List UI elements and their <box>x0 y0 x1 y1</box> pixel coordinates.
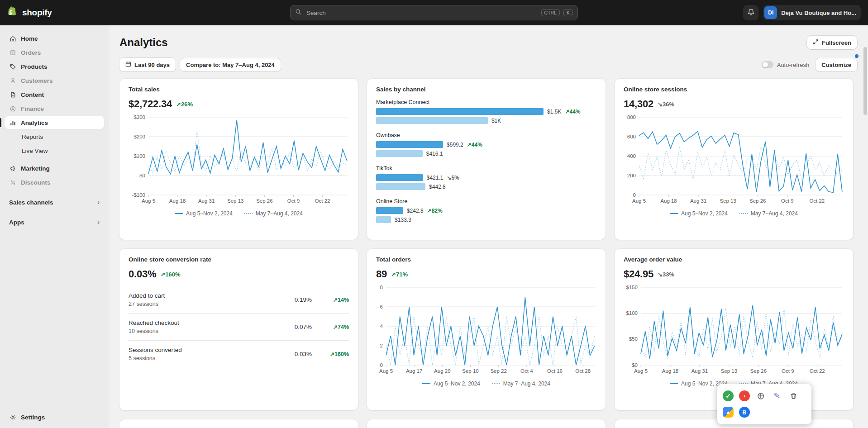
svg-text:Oct 16: Oct 16 <box>547 368 563 374</box>
pin-icon[interactable]: • <box>739 390 750 401</box>
svg-text:600: 600 <box>627 134 636 139</box>
online-store-sessions-card[interactable]: Online store sessions 14,302 ↘36% 800600… <box>615 79 853 240</box>
svg-text:Aug 5: Aug 5 <box>632 198 646 204</box>
dotted-line-swatch <box>244 213 253 214</box>
conversion-rate-card[interactable]: Online store conversion rate 0.03% ↗160%… <box>119 249 358 410</box>
current-period-bar <box>376 207 403 214</box>
search-input[interactable] <box>305 9 538 17</box>
sidebar-item-reports[interactable]: Reports <box>5 130 104 143</box>
kbd-ctrl: CTRL <box>541 9 560 17</box>
bar-value: $242.8 <box>407 208 424 214</box>
channel-row[interactable]: Marketplace Connect$1.5K↗44%$1K <box>376 99 596 124</box>
svg-text:Sep 22: Sep 22 <box>490 368 506 374</box>
globe-icon[interactable]: ⊕ <box>755 390 766 401</box>
sales-by-channel-chart: Marketplace Connect$1.5K↗44%$1KOwnbase$5… <box>376 99 596 224</box>
store-menu[interactable]: DI Deja Vu Boutique and Ho... <box>763 5 861 20</box>
total-orders-card[interactable]: Total orders 89 ↗71% 86420Aug 5Aug 17Aug… <box>367 249 606 410</box>
sidebar-item-analytics[interactable]: Analytics <box>5 116 104 129</box>
fullscreen-button[interactable]: Fullscreen <box>807 36 857 49</box>
customer-cohort-analysis-card[interactable]: Customer cohort analysis <box>367 419 606 428</box>
channel-row[interactable]: Online Store$242.8↗82%$133.3 <box>376 198 596 224</box>
total-sales-card[interactable]: Total sales $2,722.34 ↗26% $300$200$100$… <box>119 79 358 240</box>
notifications-button[interactable] <box>743 5 758 20</box>
auto-refresh-control[interactable]: Auto-refresh <box>762 61 810 68</box>
store-avatar: DI <box>764 6 777 19</box>
sidebar-item-marketing[interactable]: Marketing <box>5 162 104 175</box>
card-title: Total orders <box>376 256 596 263</box>
analytics-grid: Total sales $2,722.34 ↗26% $300$200$100$… <box>119 79 857 428</box>
sidebar-item-content[interactable]: Content <box>5 88 104 101</box>
bar-value: $1K <box>491 118 501 124</box>
extension-icon[interactable]: ▲ <box>723 407 734 418</box>
auto-refresh-toggle[interactable] <box>762 61 773 68</box>
sidebar-item-finance[interactable]: Finance <box>5 102 104 115</box>
shopify-bag-icon <box>7 6 19 19</box>
global-search[interactable]: CTRL K <box>290 5 578 20</box>
bar-value: $1.5K <box>547 109 561 115</box>
legend-previous: May 7–Aug 4, 2024 <box>244 210 303 217</box>
sidebar-item-orders[interactable]: Orders <box>5 46 104 59</box>
date-range-button[interactable]: Last 90 days <box>119 58 176 71</box>
shopify-logo[interactable]: shopify <box>7 6 109 19</box>
svg-text:4: 4 <box>380 323 383 329</box>
sales-by-channel-card[interactable]: Sales by channel Marketplace Connect$1.5… <box>367 79 606 240</box>
svg-text:Oct 28: Oct 28 <box>575 368 591 374</box>
svg-text:Oct 22: Oct 22 <box>810 368 825 374</box>
pen-icon[interactable]: ✎ <box>772 390 782 401</box>
compare-to-button[interactable]: Compare to: May 7–Aug 4, 2024 <box>180 58 281 71</box>
dotted-line-swatch <box>492 383 500 384</box>
sidebar-item-home[interactable]: Home <box>5 32 104 45</box>
card-title: Sales by channel <box>376 86 596 93</box>
svg-text:$100: $100 <box>626 310 638 316</box>
sidebar-item-settings[interactable]: Settings <box>5 410 104 424</box>
previous-period-bar <box>376 183 425 190</box>
svg-text:$150: $150 <box>626 285 638 290</box>
sidebar-item-products[interactable]: Products <box>5 60 104 73</box>
sidebar-item-live-view[interactable]: Live View <box>5 144 104 157</box>
svg-text:$300: $300 <box>134 114 145 120</box>
bluetooth-icon[interactable]: B <box>739 407 750 418</box>
svg-text:6: 6 <box>380 304 383 309</box>
svg-text:Sep 10: Sep 10 <box>462 368 478 374</box>
customize-button[interactable]: Customize <box>816 58 857 71</box>
legend-current: Aug 5–Nov 2, 2024 <box>670 210 728 217</box>
svg-text:400: 400 <box>627 153 636 159</box>
orders-icon <box>9 49 16 56</box>
svg-text:Aug 29: Aug 29 <box>434 368 450 374</box>
dotted-line-swatch <box>739 213 748 214</box>
legend-current: Aug 5–Nov 2, 2024 <box>175 210 233 217</box>
top-selling-products-card[interactable]: Top selling products <box>119 419 358 428</box>
card-title: Online store conversion rate <box>129 256 349 263</box>
channel-name: Marketplace Connect <box>376 99 596 105</box>
sidebar-section-sales-channels[interactable]: Sales channels › <box>5 195 104 209</box>
svg-text:Sep 13: Sep 13 <box>721 368 737 374</box>
chevron-right-icon: › <box>97 218 100 226</box>
search-icon <box>295 9 302 17</box>
fullscreen-icon <box>813 39 819 46</box>
current-period-bar <box>376 108 544 115</box>
current-period-bar <box>376 141 443 148</box>
sidebar-section-apps[interactable]: Apps › <box>5 215 104 229</box>
svg-text:0: 0 <box>380 362 383 368</box>
channel-row[interactable]: Ownbase$599.2↗44%$416.1 <box>376 132 596 157</box>
legend-current: Aug 5–Nov 2, 2024 <box>422 380 480 387</box>
previous-period-bar <box>376 117 488 124</box>
delta-badge: ↗26% <box>176 101 193 108</box>
svg-text:Aug 31: Aug 31 <box>690 198 706 204</box>
solid-line-swatch <box>422 383 430 384</box>
orders-chart: 86420Aug 5Aug 17Aug 29Sep 10Sep 22Oct 4O… <box>376 285 596 377</box>
sidebar-item-customers[interactable]: Customers <box>5 74 104 87</box>
svg-text:-$100: -$100 <box>132 192 145 198</box>
svg-text:Aug 18: Aug 18 <box>662 368 678 374</box>
solid-line-swatch <box>670 213 678 214</box>
trash-icon[interactable] <box>788 390 799 401</box>
delta-badge: ↗14% <box>324 296 349 303</box>
conversion-funnel: Added to cart 27 sessions 0.19% ↗14% Rea… <box>129 286 349 367</box>
sidebar-item-discounts[interactable]: Discounts <box>5 176 104 189</box>
channel-row[interactable]: TikTok$421.1↘5%$442.8 <box>376 165 596 190</box>
scrollbar-thumb[interactable] <box>863 47 867 115</box>
calendar-icon <box>125 61 131 68</box>
check-icon[interactable]: ✓ <box>723 390 734 401</box>
bar-value: $416.1 <box>426 151 443 157</box>
legend-previous: May 7–Aug 4, 2024 <box>739 210 798 217</box>
